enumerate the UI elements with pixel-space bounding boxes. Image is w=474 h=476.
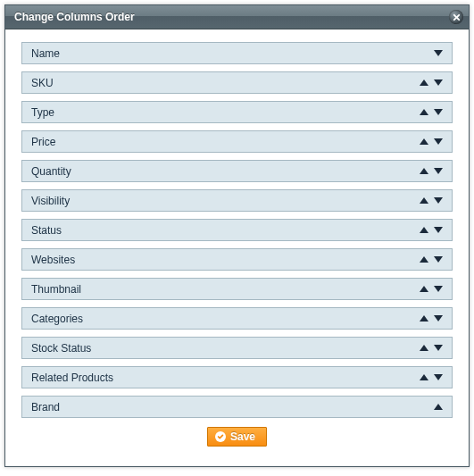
- save-button[interactable]: Save: [207, 427, 267, 447]
- move-up-icon[interactable]: [420, 109, 428, 115]
- row-arrows: [420, 197, 443, 204]
- column-row[interactable]: SKU: [21, 71, 453, 94]
- move-down-icon[interactable]: [434, 138, 443, 145]
- check-icon: [215, 431, 226, 442]
- row-arrows: [434, 404, 443, 410]
- column-row[interactable]: Related Products: [21, 366, 453, 388]
- move-down-icon[interactable]: [434, 315, 443, 322]
- row-arrows: [420, 374, 443, 380]
- move-down-icon[interactable]: [434, 79, 443, 86]
- row-arrows: [420, 345, 443, 351]
- column-row[interactable]: Price: [21, 130, 453, 153]
- row-arrows: [434, 50, 443, 56]
- column-label: SKU: [31, 77, 54, 89]
- dialog-body: NameSKUTypePriceQuantityVisibilityStatus…: [5, 29, 469, 466]
- column-row[interactable]: Visibility: [21, 189, 453, 212]
- column-row[interactable]: Status: [21, 219, 453, 241]
- columns-list: NameSKUTypePriceQuantityVisibilityStatus…: [21, 42, 453, 418]
- column-label: Name: [31, 47, 60, 60]
- column-label: Thumbnail: [31, 283, 81, 296]
- move-up-icon[interactable]: [420, 374, 428, 380]
- move-down-icon[interactable]: [434, 197, 443, 204]
- close-icon[interactable]: [449, 10, 463, 24]
- column-label: Visibility: [31, 195, 70, 207]
- column-row[interactable]: Name: [21, 42, 453, 64]
- move-up-icon[interactable]: [420, 138, 428, 145]
- move-down-icon[interactable]: [434, 109, 443, 115]
- row-arrows: [420, 79, 443, 86]
- column-row[interactable]: Categories: [21, 307, 453, 330]
- move-up-icon[interactable]: [420, 227, 428, 233]
- move-down-icon[interactable]: [434, 256, 443, 263]
- column-label: Websites: [31, 254, 75, 266]
- column-row[interactable]: Thumbnail: [21, 278, 453, 300]
- move-up-icon[interactable]: [434, 404, 443, 410]
- column-label: Related Products: [31, 372, 113, 384]
- row-arrows: [420, 109, 443, 115]
- row-arrows: [420, 168, 443, 174]
- move-down-icon[interactable]: [434, 374, 443, 380]
- row-arrows: [420, 227, 443, 233]
- move-up-icon[interactable]: [420, 345, 428, 351]
- row-arrows: [420, 138, 443, 145]
- column-label: Brand: [31, 401, 60, 413]
- move-up-icon[interactable]: [420, 256, 428, 263]
- dialog-header: Change Columns Order: [5, 5, 469, 29]
- change-columns-order-dialog: Change Columns Order NameSKUTypePriceQua…: [4, 4, 470, 467]
- dialog-title: Change Columns Order: [14, 11, 135, 23]
- row-arrows: [420, 315, 443, 322]
- column-label: Quantity: [31, 165, 71, 178]
- column-row[interactable]: Type: [21, 101, 453, 123]
- move-up-icon[interactable]: [420, 315, 428, 322]
- column-row[interactable]: Brand: [21, 396, 453, 418]
- column-row[interactable]: Quantity: [21, 160, 453, 182]
- dialog-footer: Save: [21, 427, 453, 459]
- move-down-icon[interactable]: [434, 50, 443, 56]
- move-down-icon[interactable]: [434, 227, 443, 233]
- move-up-icon[interactable]: [420, 79, 428, 86]
- move-up-icon[interactable]: [420, 197, 428, 204]
- move-down-icon[interactable]: [434, 345, 443, 351]
- save-button-label: Save: [230, 430, 255, 443]
- row-arrows: [420, 256, 443, 263]
- column-row[interactable]: Websites: [21, 248, 453, 271]
- column-label: Stock Status: [31, 342, 91, 355]
- move-up-icon[interactable]: [420, 168, 428, 174]
- row-arrows: [420, 286, 443, 292]
- move-up-icon[interactable]: [420, 286, 428, 292]
- move-down-icon[interactable]: [434, 168, 443, 174]
- column-row[interactable]: Stock Status: [21, 337, 453, 359]
- column-label: Price: [31, 136, 55, 148]
- column-label: Categories: [31, 313, 83, 325]
- column-label: Type: [31, 106, 54, 119]
- move-down-icon[interactable]: [434, 286, 443, 292]
- column-label: Status: [31, 224, 62, 237]
